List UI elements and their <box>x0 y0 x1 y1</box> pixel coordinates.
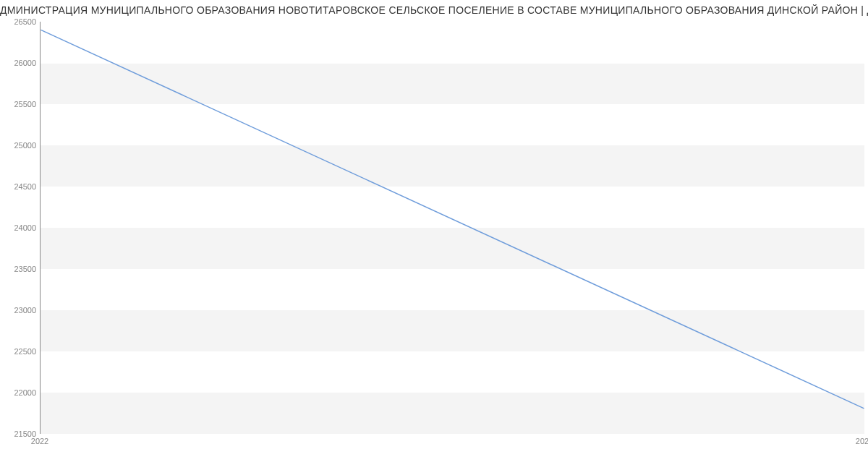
y-tick-label: 26500 <box>4 17 36 26</box>
y-tick-label: 23000 <box>4 306 36 315</box>
y-tick-label: 26000 <box>4 59 36 67</box>
y-tick-label: 24500 <box>4 182 36 191</box>
x-tick-label: 2022 <box>31 437 48 445</box>
chart-container: ДМИНИСТРАЦИЯ МУНИЦИПАЛЬНОГО ОБРАЗОВАНИЯ … <box>0 0 868 470</box>
plot-area <box>40 22 864 434</box>
y-tick-label: 23500 <box>4 265 36 273</box>
y-tick-label: 25500 <box>4 100 36 108</box>
line-layer <box>41 22 864 433</box>
y-tick-label: 22500 <box>4 347 36 356</box>
chart-title: ДМИНИСТРАЦИЯ МУНИЦИПАЛЬНОГО ОБРАЗОВАНИЯ … <box>0 4 868 16</box>
y-tick-label: 24000 <box>4 223 36 232</box>
x-tick-label: 2024 <box>856 437 868 445</box>
y-tick-label: 25000 <box>4 141 36 150</box>
y-tick-label: 22000 <box>4 388 36 397</box>
series-line <box>41 30 864 408</box>
grid-line <box>41 434 864 435</box>
